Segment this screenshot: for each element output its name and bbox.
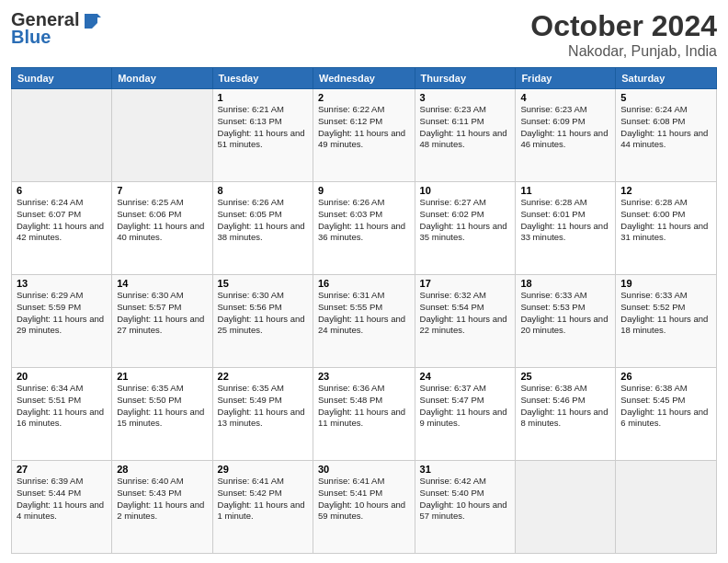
day-cell: 1Sunrise: 6:21 AM Sunset: 6:13 PM Daylig…	[212, 89, 313, 182]
day-cell: 5Sunrise: 6:24 AM Sunset: 6:08 PM Daylig…	[616, 89, 717, 182]
day-number: 12	[620, 185, 711, 196]
day-cell	[516, 461, 616, 554]
page: General Blue October 2024 Nakodar, Punja…	[0, 0, 728, 563]
day-cell: 26Sunrise: 6:38 AM Sunset: 5:45 PM Dayli…	[616, 368, 717, 461]
day-number: 2	[318, 92, 410, 103]
day-info: Sunrise: 6:23 AM Sunset: 6:11 PM Dayligh…	[420, 104, 511, 151]
day-info: Sunrise: 6:24 AM Sunset: 6:07 PM Dayligh…	[17, 197, 107, 244]
day-info: Sunrise: 6:24 AM Sunset: 6:08 PM Dayligh…	[620, 104, 711, 151]
header-cell-thursday: Thursday	[415, 68, 516, 89]
day-number: 16	[318, 278, 410, 289]
day-info: Sunrise: 6:38 AM Sunset: 5:45 PM Dayligh…	[620, 383, 711, 430]
day-cell: 28Sunrise: 6:40 AM Sunset: 5:43 PM Dayli…	[112, 461, 212, 554]
day-info: Sunrise: 6:39 AM Sunset: 5:44 PM Dayligh…	[17, 476, 107, 523]
day-cell: 7Sunrise: 6:25 AM Sunset: 6:06 PM Daylig…	[112, 182, 212, 275]
day-number: 4	[520, 92, 610, 103]
day-info: Sunrise: 6:35 AM Sunset: 5:50 PM Dayligh…	[117, 383, 207, 430]
day-cell: 20Sunrise: 6:34 AM Sunset: 5:51 PM Dayli…	[12, 368, 112, 461]
logo-bird-icon	[81, 10, 101, 30]
header-cell-sunday: Sunday	[12, 68, 112, 89]
day-cell: 4Sunrise: 6:23 AM Sunset: 6:09 PM Daylig…	[516, 89, 616, 182]
day-info: Sunrise: 6:28 AM Sunset: 6:00 PM Dayligh…	[620, 197, 711, 244]
day-cell: 27Sunrise: 6:39 AM Sunset: 5:44 PM Dayli…	[12, 461, 112, 554]
day-cell: 14Sunrise: 6:30 AM Sunset: 5:57 PM Dayli…	[112, 275, 212, 368]
week-row-2: 13Sunrise: 6:29 AM Sunset: 5:59 PM Dayli…	[12, 275, 717, 368]
day-cell: 29Sunrise: 6:41 AM Sunset: 5:42 PM Dayli…	[212, 461, 313, 554]
day-cell: 23Sunrise: 6:36 AM Sunset: 5:48 PM Dayli…	[313, 368, 415, 461]
day-number: 15	[218, 278, 308, 289]
header-row: SundayMondayTuesdayWednesdayThursdayFrid…	[12, 68, 717, 89]
day-cell: 8Sunrise: 6:26 AM Sunset: 6:05 PM Daylig…	[212, 182, 313, 275]
day-number: 1	[218, 92, 308, 103]
day-info: Sunrise: 6:33 AM Sunset: 5:53 PM Dayligh…	[520, 290, 610, 337]
day-number: 23	[318, 371, 410, 382]
day-cell: 17Sunrise: 6:32 AM Sunset: 5:54 PM Dayli…	[415, 275, 516, 368]
header-cell-wednesday: Wednesday	[313, 68, 415, 89]
day-cell: 18Sunrise: 6:33 AM Sunset: 5:53 PM Dayli…	[516, 275, 616, 368]
day-number: 28	[117, 464, 207, 475]
day-number: 7	[117, 185, 207, 196]
header-cell-monday: Monday	[112, 68, 212, 89]
day-cell: 31Sunrise: 6:42 AM Sunset: 5:40 PM Dayli…	[415, 461, 516, 554]
calendar-body: 1Sunrise: 6:21 AM Sunset: 6:13 PM Daylig…	[12, 89, 717, 554]
day-number: 10	[420, 185, 511, 196]
day-cell: 16Sunrise: 6:31 AM Sunset: 5:55 PM Dayli…	[313, 275, 415, 368]
day-info: Sunrise: 6:25 AM Sunset: 6:06 PM Dayligh…	[117, 197, 207, 244]
location: Nakodar, Punjab, India	[530, 43, 717, 60]
day-number: 11	[520, 185, 610, 196]
day-cell: 19Sunrise: 6:33 AM Sunset: 5:52 PM Dayli…	[616, 275, 717, 368]
day-number: 5	[620, 92, 711, 103]
day-info: Sunrise: 6:30 AM Sunset: 5:57 PM Dayligh…	[117, 290, 207, 337]
day-cell: 3Sunrise: 6:23 AM Sunset: 6:11 PM Daylig…	[415, 89, 516, 182]
day-number: 18	[520, 278, 610, 289]
day-number: 14	[117, 278, 207, 289]
day-number: 19	[620, 278, 711, 289]
day-number: 27	[17, 464, 107, 475]
day-info: Sunrise: 6:27 AM Sunset: 6:02 PM Dayligh…	[420, 197, 511, 244]
day-cell: 24Sunrise: 6:37 AM Sunset: 5:47 PM Dayli…	[415, 368, 516, 461]
day-cell: 13Sunrise: 6:29 AM Sunset: 5:59 PM Dayli…	[12, 275, 112, 368]
day-number: 13	[17, 278, 107, 289]
day-info: Sunrise: 6:37 AM Sunset: 5:47 PM Dayligh…	[420, 383, 511, 430]
header: General Blue October 2024 Nakodar, Punja…	[11, 9, 717, 60]
day-info: Sunrise: 6:35 AM Sunset: 5:49 PM Dayligh…	[218, 383, 308, 430]
week-row-1: 6Sunrise: 6:24 AM Sunset: 6:07 PM Daylig…	[12, 182, 717, 275]
day-cell: 6Sunrise: 6:24 AM Sunset: 6:07 PM Daylig…	[12, 182, 112, 275]
day-cell: 30Sunrise: 6:41 AM Sunset: 5:41 PM Dayli…	[313, 461, 415, 554]
day-cell: 9Sunrise: 6:26 AM Sunset: 6:03 PM Daylig…	[313, 182, 415, 275]
day-info: Sunrise: 6:29 AM Sunset: 5:59 PM Dayligh…	[17, 290, 107, 337]
day-number: 21	[117, 371, 207, 382]
day-info: Sunrise: 6:41 AM Sunset: 5:41 PM Dayligh…	[318, 476, 410, 523]
month-title: October 2024	[530, 9, 717, 43]
day-info: Sunrise: 6:33 AM Sunset: 5:52 PM Dayligh…	[620, 290, 711, 337]
day-info: Sunrise: 6:41 AM Sunset: 5:42 PM Dayligh…	[218, 476, 308, 523]
day-cell: 22Sunrise: 6:35 AM Sunset: 5:49 PM Dayli…	[212, 368, 313, 461]
day-number: 29	[218, 464, 308, 475]
day-cell	[12, 89, 112, 182]
day-info: Sunrise: 6:26 AM Sunset: 6:05 PM Dayligh…	[218, 197, 308, 244]
day-info: Sunrise: 6:30 AM Sunset: 5:56 PM Dayligh…	[218, 290, 308, 337]
day-info: Sunrise: 6:32 AM Sunset: 5:54 PM Dayligh…	[420, 290, 511, 337]
header-cell-saturday: Saturday	[616, 68, 717, 89]
day-number: 22	[218, 371, 308, 382]
day-cell: 25Sunrise: 6:38 AM Sunset: 5:46 PM Dayli…	[516, 368, 616, 461]
day-info: Sunrise: 6:42 AM Sunset: 5:40 PM Dayligh…	[420, 476, 511, 523]
svg-marker-0	[85, 14, 97, 29]
calendar-header: SundayMondayTuesdayWednesdayThursdayFrid…	[12, 68, 717, 89]
day-cell	[112, 89, 212, 182]
day-info: Sunrise: 6:34 AM Sunset: 5:51 PM Dayligh…	[17, 383, 107, 430]
title-area: October 2024 Nakodar, Punjab, India	[530, 9, 717, 60]
week-row-3: 20Sunrise: 6:34 AM Sunset: 5:51 PM Dayli…	[12, 368, 717, 461]
day-number: 8	[218, 185, 308, 196]
day-number: 6	[17, 185, 107, 196]
day-cell: 11Sunrise: 6:28 AM Sunset: 6:01 PM Dayli…	[516, 182, 616, 275]
day-cell: 21Sunrise: 6:35 AM Sunset: 5:50 PM Dayli…	[112, 368, 212, 461]
header-cell-tuesday: Tuesday	[212, 68, 313, 89]
day-cell: 10Sunrise: 6:27 AM Sunset: 6:02 PM Dayli…	[415, 182, 516, 275]
logo: General Blue	[11, 9, 101, 48]
day-info: Sunrise: 6:23 AM Sunset: 6:09 PM Dayligh…	[520, 104, 610, 151]
day-cell: 12Sunrise: 6:28 AM Sunset: 6:00 PM Dayli…	[616, 182, 717, 275]
day-info: Sunrise: 6:28 AM Sunset: 6:01 PM Dayligh…	[520, 197, 610, 244]
logo-blue: Blue	[11, 27, 51, 48]
week-row-4: 27Sunrise: 6:39 AM Sunset: 5:44 PM Dayli…	[12, 461, 717, 554]
